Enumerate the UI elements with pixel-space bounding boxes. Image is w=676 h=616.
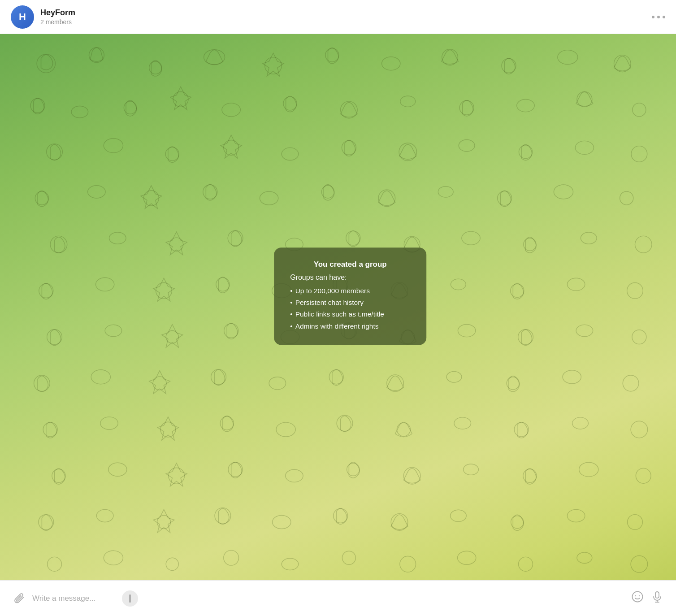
message-input-wrapper (32, 594, 624, 603)
svg-rect-136 (655, 592, 659, 598)
avatar[interactable]: H (11, 5, 34, 29)
cursor-bar (130, 594, 130, 603)
member-count: 2 members (40, 18, 75, 26)
microphone-button[interactable] (651, 590, 663, 606)
bubble-items: •Up to 200,000 members•Persistent chat h… (290, 285, 410, 332)
message-input-bar (0, 580, 676, 616)
cursor-indicator (122, 590, 138, 607)
attach-button[interactable] (13, 591, 25, 606)
bubble-item-text: Admins with different rights (295, 321, 379, 332)
bubble-title: You created a group (290, 260, 410, 269)
bullet: • (290, 285, 292, 297)
svg-point-135 (639, 595, 640, 596)
dot-1 (652, 16, 654, 18)
bubble-item-text: Persistent chat history (295, 297, 364, 308)
bubble-item-text: Up to 200,000 members (295, 285, 370, 297)
bubble-item: •Persistent chat history (290, 297, 410, 308)
header-info: HeyForm 2 members (40, 8, 75, 26)
more-options-button[interactable] (652, 16, 665, 18)
dot-3 (663, 16, 665, 18)
bubble-subtitle: Groups can have: (290, 273, 410, 282)
message-input[interactable] (32, 594, 624, 603)
group-created-bubble: You created a group Groups can have: •Up… (274, 247, 426, 345)
chat-header: H HeyForm 2 members (0, 0, 676, 34)
bubble-item: •Up to 200,000 members (290, 285, 410, 297)
emoji-button[interactable] (631, 590, 644, 606)
svg-point-134 (635, 595, 636, 596)
bullet: • (290, 297, 292, 308)
svg-point-133 (633, 592, 643, 602)
bullet: • (290, 309, 292, 321)
header-left: H HeyForm 2 members (11, 5, 75, 29)
chat-title: HeyForm (40, 8, 75, 17)
bubble-item-text: Public links such as t.me/title (295, 309, 384, 321)
bubble-item: •Public links such as t.me/title (290, 309, 410, 321)
bubble-item: •Admins with different rights (290, 321, 410, 332)
bullet: • (290, 321, 292, 332)
chat-area: You created a group Groups can have: •Up… (0, 34, 676, 580)
dot-2 (657, 16, 660, 18)
